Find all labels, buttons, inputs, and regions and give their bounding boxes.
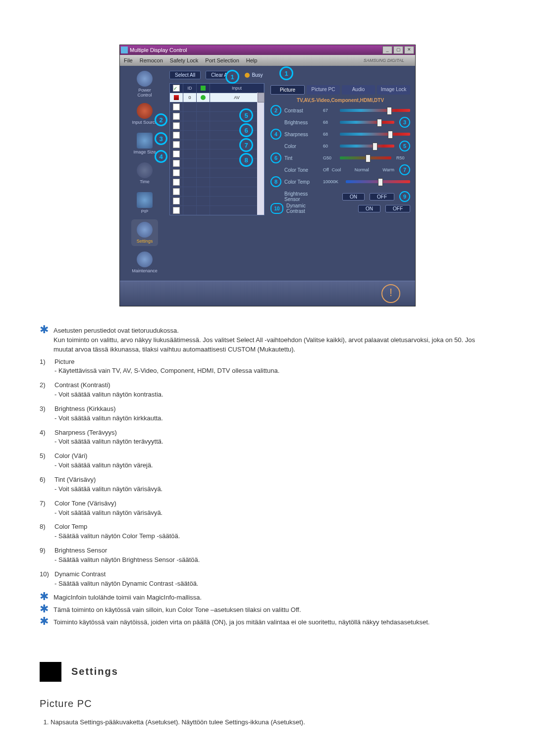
display-grid: ID Input 0 AV [169,83,265,215]
row-checkbox[interactable] [173,207,180,214]
li-title: Dynamic Contrast [54,570,106,578]
menu-file[interactable]: File [124,57,133,63]
row-checkbox[interactable] [173,151,180,157]
sidebar-item-power-control[interactable]: Power Control [131,71,158,98]
dynamic-contrast-off-button[interactable]: OFF [385,205,410,212]
steps-list: Napsauta Settings-pääkuvaketta (Asetukse… [40,718,495,727]
app-icon [121,47,128,53]
grid-header-input: Input [210,84,264,93]
time-icon [137,162,153,178]
callout-5-grid: 5 [239,108,253,122]
callout-8-setting: 8 [270,176,281,187]
menu-port-selection[interactable]: Port Selection [205,57,239,63]
ct-normal[interactable]: Normal [344,167,379,172]
tint-r-value: R50 [396,155,410,160]
li-desc: - Voit säätää valitun näytön värisävyä. [54,508,162,518]
li-num: 7) [40,499,52,518]
row-checkbox[interactable] [173,141,180,148]
tab-image-lock[interactable]: Image Lock [377,85,410,95]
brightness-sensor-off-button[interactable]: OFF [370,193,394,201]
star-icon: ✱ [40,618,49,627]
sidebar-item-settings[interactable]: Settings [131,219,158,246]
tint-slider[interactable] [340,156,391,159]
row-checkbox[interactable] [173,132,180,139]
ct-off[interactable]: Off [323,167,329,172]
li-num: 8) [40,522,52,541]
tab-audio[interactable]: Audio [342,85,375,95]
sidebar-item-time[interactable]: Time [131,160,158,187]
li-num: 2) [40,381,52,400]
grid-header-checkbox[interactable] [173,85,180,92]
dynamic-contrast-on-button[interactable]: ON [358,205,380,212]
tab-picture[interactable]: Picture [270,85,305,95]
li-title: Color Temp [54,523,87,530]
callout-7-setting: 7 [399,164,410,175]
row-checkbox[interactable] [173,198,180,204]
desc-star1b: Kun toiminto on valittu, arvo näkyy liuk… [54,336,475,353]
li-title: Brightness Sensor [54,547,107,554]
callout-5-setting: 5 [399,141,410,151]
li-num: 5) [40,452,52,470]
scroll-thumb[interactable] [258,93,265,102]
brightness-slider[interactable] [340,121,394,124]
color-tone-label: Color Tone [284,167,320,173]
sidebar-item-pip[interactable]: PIP [131,190,158,216]
row-checkbox[interactable] [173,160,180,167]
image-size-icon [137,133,153,149]
busy-label: Busy [252,72,263,78]
section-heading: Settings [40,662,495,682]
sidebar-item-maintenance[interactable]: Maintenance [131,249,158,276]
select-all-button[interactable]: Select All [169,71,201,79]
close-button[interactable]: ✕ [404,46,414,54]
callout-6-setting: 6 [270,152,281,163]
window-title: Multiple Display Control [130,47,187,53]
grid-scrollbar[interactable] [257,93,264,215]
li-title: Color (Väri) [54,452,87,459]
sidebar-item-input-source[interactable]: Input Source [131,101,158,127]
li-title: Sharpness (Terävyys) [54,429,117,436]
callout-6-grid: 6 [239,123,253,137]
row-checkbox[interactable] [173,188,180,195]
callout-10-setting: 10 [270,203,283,214]
grid-row-0[interactable]: 0 AV [170,93,264,102]
grid-row-id: 0 [183,93,197,102]
grid-row-empty [170,196,264,205]
color-temp-value: 10000K [323,179,343,184]
li-desc: - Voit säätää valitun näytön kirkkautta. [54,414,163,423]
brightness-sensor-on-button[interactable]: ON [342,193,365,201]
li-desc: - Käytettävissä vain TV, AV, S-Video, Co… [54,366,279,376]
grid-row-empty [170,205,264,215]
color-slider[interactable] [340,145,394,148]
sidebar-item-image-size[interactable]: Image Size [131,130,158,157]
li-title: Color Tone (Värisävy) [54,500,116,507]
description-list: 1)Picture- Käytettävissä vain TV, AV, S-… [40,357,495,589]
ct-cool[interactable]: Cool [332,167,341,172]
sharpness-value: 68 [323,132,337,137]
menu-help[interactable]: Help [246,57,258,63]
minimize-button[interactable]: _ [382,46,392,54]
row-checkbox[interactable] [173,122,180,129]
grid-header-id: ID [183,84,197,93]
menu-safety-lock[interactable]: Safety Lock [170,57,198,63]
row-checkbox[interactable] [173,103,180,110]
ct-warm[interactable]: Warm [382,167,394,172]
dynamic-contrast-label: Dynamic Contrast [286,203,322,214]
row-checkbox[interactable] [173,179,180,186]
callout-1-top: 1 [225,70,239,84]
row-checkbox[interactable] [173,113,180,120]
sharpness-slider[interactable] [340,133,410,136]
callout-1-tabs: 1 [279,66,293,80]
maximize-button[interactable]: ▢ [393,46,403,54]
contrast-slider[interactable] [340,109,410,112]
color-temp-slider[interactable] [346,180,410,183]
menu-remocon[interactable]: Remocon [140,57,163,63]
tab-picture-pc[interactable]: Picture PC [307,85,340,95]
maintenance-icon [137,252,153,267]
li-desc: - Säätää valitun näytön Brightness Senso… [54,555,200,565]
grid-row-input: AV [210,93,264,102]
tab-row: Picture Picture PC Audio Image Lock [270,85,410,95]
row-checkbox[interactable] [173,169,180,176]
row-select-icon[interactable] [174,95,179,100]
input-source-icon [137,103,153,119]
status-bar: ! [120,281,415,306]
